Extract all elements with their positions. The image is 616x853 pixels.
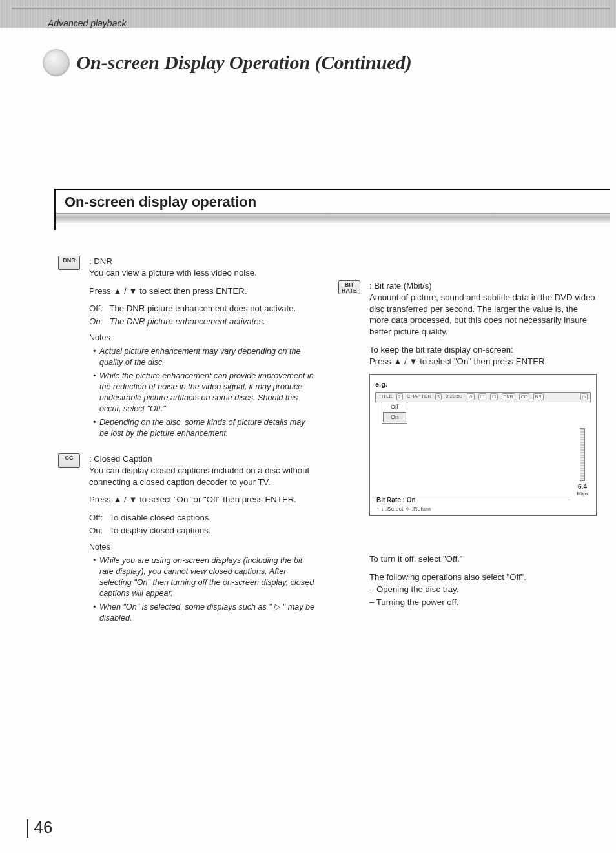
left-column: DNR DNR You can view a picture with less… bbox=[58, 256, 316, 638]
dnr-off-label: Off: bbox=[89, 303, 107, 314]
cc-heading: Closed Caption bbox=[89, 454, 152, 464]
bitrate-also-item: – Turning the power off. bbox=[369, 597, 597, 608]
header-section-label: Advanced playback bbox=[48, 18, 126, 28]
down-arrow-icon bbox=[128, 286, 137, 296]
osd-menu: Off On bbox=[382, 402, 407, 424]
cc-notes-label: Notes bbox=[89, 542, 316, 553]
cc-instruction: Press / to select "On" or "Off" then pre… bbox=[89, 494, 316, 506]
title-ornament-icon bbox=[43, 49, 70, 76]
up-arrow-icon bbox=[113, 495, 121, 504]
osd-help-text: ↑ ↓ :Select ✲ :Return bbox=[376, 505, 431, 513]
page-title-wrap: On-screen Display Operation (Continued) bbox=[43, 52, 412, 80]
dnr-icon: DNR bbox=[58, 256, 80, 270]
cc-body: Closed Caption You can display closed ca… bbox=[89, 453, 316, 626]
down-arrow-icon bbox=[128, 495, 137, 504]
cc-notes-list: While you are using on-screen displays (… bbox=[89, 555, 316, 624]
dnr-on-text: The DNR picture enhancement activates. bbox=[110, 316, 265, 326]
bitrate-also-item: – Opening the disc tray. bbox=[369, 584, 597, 595]
osd-glyph-icon: BR bbox=[533, 393, 544, 400]
osd-meter-icon bbox=[580, 428, 585, 481]
osd-rate-value: 6.4 bbox=[574, 482, 591, 491]
dnr-instr-pre: Press bbox=[89, 286, 113, 296]
up-arrow-icon bbox=[393, 356, 402, 366]
osd-chapter-label: CHAPTER bbox=[407, 393, 431, 400]
section-heading-box: On-screen display operation bbox=[54, 189, 610, 223]
osd-time: 0:23:53 bbox=[446, 393, 463, 400]
osd-title-num: 2 bbox=[396, 393, 403, 400]
list-item: Actual picture enhancement may vary depe… bbox=[93, 346, 316, 368]
page-number: 46 bbox=[34, 817, 52, 837]
dnr-instr-mid: / bbox=[121, 286, 128, 296]
bitrate-body: Bit rate (Mbit/s) Amount of picture, sou… bbox=[369, 280, 597, 610]
bitrate-icon: BIT RATE bbox=[338, 280, 360, 294]
page-number-wrap: 46 bbox=[27, 817, 52, 838]
bitrate-also-off: The following operations also select "Of… bbox=[369, 571, 597, 583]
osd-status-text: Bit Rate : On bbox=[376, 496, 416, 505]
osd-eg-label: e.g. bbox=[375, 380, 591, 389]
osd-glyph-icon: CC bbox=[519, 393, 529, 400]
dnr-on-line: On: The DNR picture enhancement activate… bbox=[89, 316, 316, 327]
bitrate-turnoff: To turn it off, select "Off." bbox=[369, 553, 597, 565]
bitrate-instr-post: to select "On" then press ENTER. bbox=[418, 356, 548, 366]
osd-glyph-icon: ⊙ bbox=[467, 393, 475, 400]
cc-on-label: On: bbox=[89, 525, 107, 537]
osd-rate-unit: Mbps bbox=[574, 491, 591, 497]
list-item: When "On" is selected, some displays suc… bbox=[93, 602, 316, 624]
cc-off-line: Off: To disable closed captions. bbox=[89, 512, 316, 524]
dnr-heading: DNR bbox=[89, 256, 112, 266]
osd-menu-off: Off bbox=[382, 402, 407, 411]
right-column: BIT RATE Bit rate (Mbit/s) Amount of pic… bbox=[338, 256, 597, 638]
cc-on-line: On: To display closed captions. bbox=[89, 525, 316, 537]
cc-lead: Closed Caption You can display closed ca… bbox=[89, 453, 316, 488]
up-arrow-icon bbox=[113, 286, 121, 296]
bitrate-item: BIT RATE Bit rate (Mbit/s) Amount of pic… bbox=[338, 280, 597, 610]
bitrate-instr-mid: / bbox=[402, 356, 409, 366]
down-arrow-icon bbox=[409, 356, 417, 366]
osd-glyph-icon: DNR bbox=[502, 393, 515, 400]
section-gradient-rule bbox=[54, 213, 610, 223]
osd-menu-on: On bbox=[383, 412, 406, 422]
cc-on-text: To display closed captions. bbox=[109, 526, 210, 535]
osd-glyph-icon: ☐ bbox=[490, 393, 498, 400]
dnr-item: DNR DNR You can view a picture with less… bbox=[58, 256, 316, 442]
cc-instr-post: to select "On" or "Off" then press ENTER… bbox=[138, 495, 296, 504]
dnr-off-text: The DNR picture enhancement does not act… bbox=[109, 303, 296, 313]
dnr-on-label: On: bbox=[89, 316, 107, 327]
osd-top-bar: TITLE 2 CHAPTER 3 0:23:53 ⊙ ☐ ☐ DNR CC B… bbox=[375, 392, 591, 402]
osd-title-label: TITLE bbox=[378, 393, 393, 400]
osd-glyph-icon: ☐ bbox=[478, 393, 486, 400]
dnr-off-line: Off: The DNR picture enhancement does no… bbox=[89, 303, 316, 314]
dnr-lead: DNR You can view a picture with less vid… bbox=[89, 256, 316, 279]
cc-item: CC Closed Caption You can display closed… bbox=[58, 453, 316, 626]
cc-instr-mid: / bbox=[121, 495, 128, 504]
section-heading: On-screen display operation bbox=[54, 190, 610, 213]
bitrate-heading: Bit rate (Mbit/s) bbox=[369, 281, 432, 291]
osd-diagram: e.g. TITLE 2 CHAPTER 3 0:23:53 ⊙ ☐ ☐ DNR… bbox=[369, 374, 597, 516]
dnr-notes-label: Notes bbox=[89, 333, 316, 344]
content-columns: DNR DNR You can view a picture with less… bbox=[58, 256, 597, 638]
dnr-instruction: Press / to select then press ENTER. bbox=[89, 285, 316, 297]
page-number-rule bbox=[27, 819, 28, 838]
cc-off-label: Off: bbox=[89, 512, 107, 524]
header-bar: Advanced playback bbox=[0, 0, 616, 28]
cc-off-text: To disable closed captions. bbox=[109, 513, 211, 522]
osd-rate-readout: 6.4 Mbps bbox=[574, 428, 591, 497]
page-title: On-screen Display Operation (Continued) bbox=[76, 52, 411, 73]
dnr-body: DNR You can view a picture with less vid… bbox=[89, 256, 316, 442]
cc-intro: You can display closed captions included… bbox=[89, 466, 309, 487]
dnr-intro: You can view a picture with less video n… bbox=[89, 268, 257, 278]
bitrate-keep: To keep the bit rate display on-screen: … bbox=[369, 344, 597, 367]
bitrate-instr-pre: Press bbox=[369, 356, 393, 366]
cc-instr-pre: Press bbox=[89, 495, 113, 504]
cc-icon: CC bbox=[58, 453, 80, 468]
list-item: While you are using on-screen displays (… bbox=[93, 555, 316, 599]
dnr-notes-list: Actual picture enhancement may vary depe… bbox=[89, 346, 316, 439]
dnr-instr-post: to select then press ENTER. bbox=[138, 286, 247, 296]
osd-chapter-num: 3 bbox=[435, 393, 442, 400]
list-item: Depending on the disc, some kinds of pic… bbox=[93, 417, 316, 439]
header-rule bbox=[12, 8, 610, 9]
list-item: While the picture enhancement can provid… bbox=[93, 371, 316, 415]
bitrate-icon-line2: RATE bbox=[339, 288, 360, 294]
bitrate-lead: Bit rate (Mbit/s) Amount of picture, sou… bbox=[369, 280, 597, 338]
section-left-rule bbox=[54, 189, 56, 230]
